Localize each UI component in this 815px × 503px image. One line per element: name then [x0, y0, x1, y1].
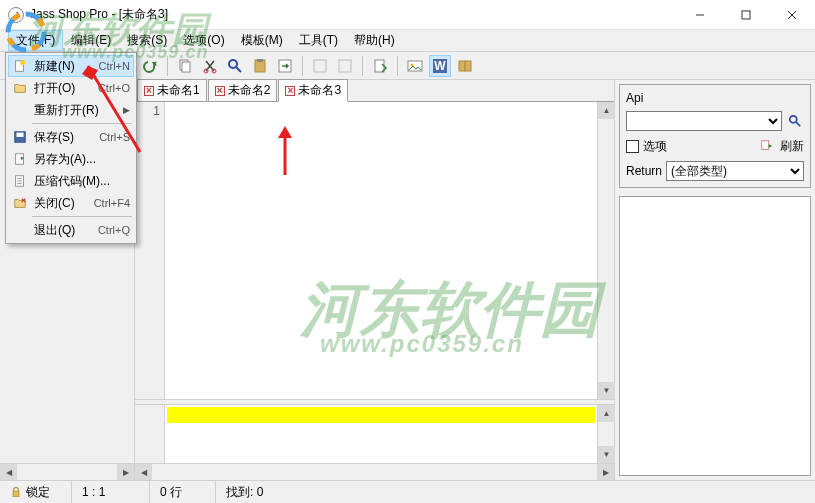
- api-option-label: 选项: [643, 138, 667, 155]
- toolbar-separator: [167, 56, 168, 76]
- status-bar: 锁定 1 : 1 0 行 找到: 0: [0, 480, 815, 503]
- status-pos: 1 : 1: [72, 481, 150, 503]
- api-result-list[interactable]: [619, 196, 811, 476]
- tb-paste-icon[interactable]: [249, 55, 271, 77]
- editor-hscroll[interactable]: ◀ ▶: [135, 463, 614, 480]
- api-option-checkbox[interactable]: [626, 140, 639, 153]
- saveas-icon: [12, 151, 28, 167]
- compress-icon: [12, 173, 28, 189]
- new-icon: [12, 58, 28, 74]
- scroll-up-icon[interactable]: ▲: [598, 405, 615, 422]
- tab-doc3[interactable]: ×未命名3: [278, 79, 348, 102]
- file-menu-save[interactable]: 保存(S) Ctrl+S: [8, 126, 134, 148]
- svg-point-35: [20, 60, 25, 65]
- tab-label: 未命名2: [228, 82, 271, 99]
- svg-line-31: [796, 122, 800, 126]
- tab-close-icon[interactable]: ×: [215, 86, 225, 96]
- editor-vscroll[interactable]: ▲ ▼: [597, 102, 614, 399]
- api-find-icon[interactable]: [786, 112, 804, 130]
- svg-rect-21: [314, 60, 326, 72]
- scroll-right-icon[interactable]: ▶: [597, 464, 614, 481]
- toolbar-separator: [397, 56, 398, 76]
- output-gutter: [135, 405, 165, 463]
- file-menu-exit[interactable]: 退出(Q) Ctrl+Q: [8, 219, 134, 241]
- tb-image-icon[interactable]: [404, 55, 426, 77]
- tb-redo-icon[interactable]: [139, 55, 161, 77]
- save-icon: [12, 129, 28, 145]
- blank-icon: [12, 102, 28, 118]
- file-menu-saveas[interactable]: 另存为(A)...: [8, 148, 134, 170]
- status-lines: 0 行: [150, 481, 216, 503]
- menu-edit[interactable]: 编辑(E): [63, 30, 119, 51]
- tab-label: 未命名1: [157, 82, 200, 99]
- svg-rect-28: [459, 61, 465, 71]
- svg-rect-11: [182, 62, 190, 72]
- api-return-select[interactable]: (全部类型): [666, 161, 804, 181]
- minimize-button[interactable]: [677, 0, 723, 29]
- output-vscroll[interactable]: ▲ ▼: [597, 405, 614, 463]
- svg-line-17: [236, 67, 241, 72]
- scroll-right-icon[interactable]: ▶: [117, 464, 134, 481]
- svg-point-30: [790, 116, 797, 123]
- scroll-left-icon[interactable]: ◀: [135, 464, 152, 481]
- line-number: 1: [135, 104, 160, 118]
- file-menu-open[interactable]: 打开(O) Ctrl+O: [8, 77, 134, 99]
- editor-column: ×未命名1 ×未命名2 ×未命名3 1 ▲ ▼ ▲ ▼ ◀: [135, 80, 615, 480]
- tb-insert-icon[interactable]: [369, 55, 391, 77]
- tb-goto-icon[interactable]: [274, 55, 296, 77]
- left-hscroll[interactable]: ◀ ▶: [0, 463, 134, 480]
- api-search-input[interactable]: [626, 111, 782, 131]
- tb-copy-icon[interactable]: [174, 55, 196, 77]
- tb-book-icon[interactable]: [454, 55, 476, 77]
- menu-tools[interactable]: 工具(T): [291, 30, 346, 51]
- maximize-button[interactable]: [723, 0, 769, 29]
- window-title: Jass Shop Pro - [未命名3]: [30, 6, 677, 23]
- tab-close-icon[interactable]: ×: [144, 86, 154, 96]
- file-menu-close[interactable]: 关闭(C) Ctrl+F4: [8, 192, 134, 214]
- svg-rect-33: [13, 491, 19, 496]
- svg-rect-29: [465, 61, 471, 71]
- file-menu-compress[interactable]: 压缩代码(M)...: [8, 170, 134, 192]
- svg-point-16: [229, 60, 237, 68]
- tb-blank1-icon[interactable]: [309, 55, 331, 77]
- menu-options[interactable]: 选项(O): [175, 30, 232, 51]
- api-refresh-label[interactable]: 刷新: [780, 138, 804, 155]
- tb-cut-icon[interactable]: [199, 55, 221, 77]
- api-panel: Api 选项 刷新 Return (全部类型): [615, 80, 815, 480]
- scroll-left-icon[interactable]: ◀: [0, 464, 17, 481]
- menu-template[interactable]: 模板(M): [233, 30, 291, 51]
- svg-rect-37: [17, 133, 24, 137]
- close-button[interactable]: [769, 0, 815, 29]
- menu-file[interactable]: 文件(F): [8, 30, 63, 51]
- toolbar-separator: [362, 56, 363, 76]
- tb-blank2-icon[interactable]: [334, 55, 356, 77]
- tb-find-icon[interactable]: [224, 55, 246, 77]
- lock-icon: [10, 486, 22, 498]
- menu-bar: 文件(F) 编辑(E) 搜索(S) 选项(O) 模板(M) 工具(T) 帮助(H…: [0, 30, 815, 52]
- code-editor[interactable]: [165, 102, 597, 399]
- file-menu-reopen[interactable]: 重新打开(R) ▶: [8, 99, 134, 121]
- output-text[interactable]: [165, 405, 597, 463]
- output-highlight: [167, 407, 595, 423]
- file-menu-new[interactable]: 新建(N) Ctrl+N: [8, 55, 134, 77]
- refresh-icon[interactable]: [758, 137, 776, 155]
- api-title: Api: [626, 91, 804, 105]
- tab-doc1[interactable]: ×未命名1: [137, 79, 207, 101]
- output-panel: ▲ ▼: [135, 405, 614, 463]
- scroll-down-icon[interactable]: ▼: [598, 446, 615, 463]
- menu-separator: [32, 123, 132, 124]
- tab-doc2[interactable]: ×未命名2: [208, 79, 278, 101]
- svg-rect-22: [339, 60, 351, 72]
- menu-search[interactable]: 搜索(S): [119, 30, 175, 51]
- scroll-down-icon[interactable]: ▼: [598, 382, 615, 399]
- status-lock: 锁定: [0, 481, 72, 503]
- svg-text:W: W: [434, 59, 446, 73]
- svg-rect-1: [742, 11, 750, 19]
- tab-close-icon[interactable]: ×: [285, 86, 295, 96]
- status-found: 找到: 0: [216, 481, 815, 503]
- menu-help[interactable]: 帮助(H): [346, 30, 403, 51]
- api-search-box: Api 选项 刷新 Return (全部类型): [619, 84, 811, 188]
- tb-w-icon[interactable]: W: [429, 55, 451, 77]
- scroll-up-icon[interactable]: ▲: [598, 102, 615, 119]
- editor-body: 1 ▲ ▼: [135, 102, 614, 399]
